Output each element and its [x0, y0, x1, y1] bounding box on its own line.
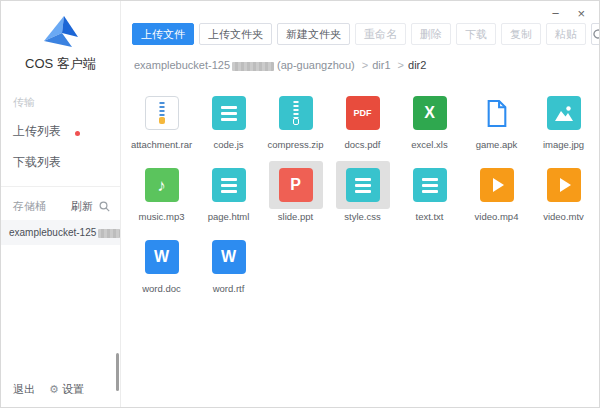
file-item-video.mp4[interactable]: video.mp4 [463, 161, 530, 233]
file-grid: attachment.rarcode.jscompress.zipPDFdocs… [128, 89, 600, 305]
file-icon-wrap [470, 89, 524, 137]
breadcrumb-dir1[interactable]: dir1 [372, 59, 390, 71]
file-name-label: image.jpg [543, 139, 584, 150]
file-item-game.apk[interactable]: game.apk [463, 89, 530, 161]
video-file-icon [547, 168, 581, 202]
letter-badge: P [290, 177, 301, 193]
settings-button[interactable]: ⚙ 设置 [49, 382, 84, 397]
file-icon-wrap [470, 161, 524, 209]
toolbar: 上传文件上传文件夹新建文件夹重命名删除下载复制粘贴 [132, 23, 591, 45]
file-name-label: style.css [344, 211, 380, 222]
logout-button[interactable]: 退出 [13, 382, 35, 397]
file-item-attachment.rar[interactable]: attachment.rar [128, 89, 195, 161]
breadcrumb-bucket[interactable]: examplebucket-125 [134, 59, 230, 71]
document-lines-icon [212, 96, 246, 130]
file-icon-wrap: W [202, 233, 256, 281]
breadcrumb-dir2: dir2 [408, 59, 426, 71]
letter-badge: W [154, 249, 169, 265]
zip-archive-icon [279, 96, 313, 130]
toolbar-button-5: 删除 [411, 23, 451, 45]
sidebar-scrollbar-thumb[interactable] [116, 353, 119, 391]
toolbar-button-7: 复制 [501, 23, 541, 45]
file-icon-wrap [202, 161, 256, 209]
file-item-word.doc[interactable]: Wword.doc [128, 233, 195, 305]
bucket-tools: 刷新 [71, 199, 110, 214]
file-icon-wrap [336, 161, 390, 209]
breadcrumb-separator: > [362, 59, 368, 71]
breadcrumb: examplebucket-125(ap-guangzhou) >dir1 >d… [134, 59, 426, 71]
bucket-refresh-link[interactable]: 刷新 [71, 199, 93, 214]
file-item-image.jpg[interactable]: image.jpg [530, 89, 597, 161]
play-icon [560, 178, 571, 192]
bucket-section-label: 存储桶 [13, 199, 46, 214]
file-icon-wrap: X [403, 89, 457, 137]
video-file-icon [480, 168, 514, 202]
file-item-docs.pdf[interactable]: PDFdocs.pdf [329, 89, 396, 161]
sidebar-footer: 退出 ⚙ 设置 [13, 382, 84, 397]
file-item-code.js[interactable]: code.js [195, 89, 262, 161]
play-icon [493, 178, 504, 192]
file-name-label: excel.xls [411, 139, 447, 150]
pdf-badge: PDF [354, 109, 372, 118]
file-name-label: attachment.rar [131, 139, 192, 150]
file-item-word.rtf[interactable]: Wword.rtf [195, 233, 262, 305]
file-icon-wrap: P [269, 161, 323, 209]
toolbar-button-8: 粘贴 [546, 23, 586, 45]
upload-list-label: 上传列表 [13, 123, 61, 140]
toolbar-button-1[interactable]: 上传文件 [132, 23, 194, 45]
sidebar-item-upload-list[interactable]: 上传列表 [1, 116, 120, 147]
mountain-photo-icon [552, 101, 576, 125]
file-name-label: video.mp4 [475, 211, 519, 222]
cos-logo-icon [39, 13, 83, 51]
minimize-button[interactable]: − [552, 7, 560, 20]
text-lines-icon [422, 178, 438, 193]
bucket-search-icon[interactable] [99, 201, 110, 212]
file-item-text.txt[interactable]: text.txt [396, 161, 463, 233]
toolbar-buttons: 上传文件上传文件夹新建文件夹重命名删除下载复制粘贴 [132, 23, 586, 45]
file-item-slide.ppt[interactable]: Pslide.ppt [262, 161, 329, 233]
sidebar-item-bucket[interactable]: examplebucket-125 [1, 220, 120, 245]
breadcrumb-region: (ap-guangzhou) [277, 59, 355, 71]
file-item-compress.zip[interactable]: compress.zip [262, 89, 329, 161]
file-item-style.css[interactable]: style.css [329, 161, 396, 233]
toolbar-button-3[interactable]: 新建文件夹 [277, 23, 350, 45]
apk-file-icon [480, 96, 514, 130]
app-title: COS 客户端 [1, 55, 120, 73]
refresh-button[interactable] [591, 23, 600, 45]
close-button[interactable]: × [577, 7, 585, 20]
toolbar-button-6: 下载 [456, 23, 496, 45]
sidebar: COS 客户端 传输 上传列表 下载列表 存储桶 刷新 examplebucke… [1, 1, 121, 407]
bucket-name: examplebucket-125 [9, 227, 96, 238]
sidebar-item-download-list[interactable]: 下载列表 [1, 147, 120, 178]
text-lines-icon [221, 106, 237, 121]
refresh-icon [592, 28, 600, 40]
excel-file-icon: X [413, 96, 447, 130]
file-icon-wrap: W [135, 233, 189, 281]
file-name-label: word.rtf [213, 283, 245, 294]
word-file-icon: W [212, 240, 246, 274]
zipper-pull-icon [159, 117, 165, 124]
zipper-pull-icon [293, 118, 299, 125]
file-item-page.html[interactable]: page.html [195, 161, 262, 233]
file-item-excel.xls[interactable]: Xexcel.xls [396, 89, 463, 161]
download-list-label: 下载列表 [13, 154, 61, 171]
redacted-text [98, 229, 120, 238]
file-name-label: page.html [208, 211, 250, 222]
letter-badge: X [424, 105, 435, 121]
file-icon-wrap [537, 89, 591, 137]
toolbar-button-4: 重命名 [355, 23, 406, 45]
file-icon-wrap [269, 89, 323, 137]
file-name-label: compress.zip [268, 139, 324, 150]
cos-client-window: − × COS 客户端 传输 上传列表 下载列表 存储桶 刷新 [0, 0, 600, 408]
text-lines-icon [355, 178, 371, 193]
document-outline-icon [486, 100, 508, 127]
window-controls: − × [552, 7, 585, 20]
main-panel: 上传文件上传文件夹新建文件夹重命名删除下载复制粘贴 examplebucket-… [122, 1, 599, 407]
toolbar-button-2[interactable]: 上传文件夹 [199, 23, 272, 45]
file-item-video.mtv[interactable]: video.mtv [530, 161, 597, 233]
transfer-section-label: 传输 [1, 89, 120, 116]
file-name-label: video.mtv [543, 211, 584, 222]
divider [1, 186, 120, 187]
rar-archive-icon [145, 96, 179, 130]
file-item-music.mp3[interactable]: ♪music.mp3 [128, 161, 195, 233]
